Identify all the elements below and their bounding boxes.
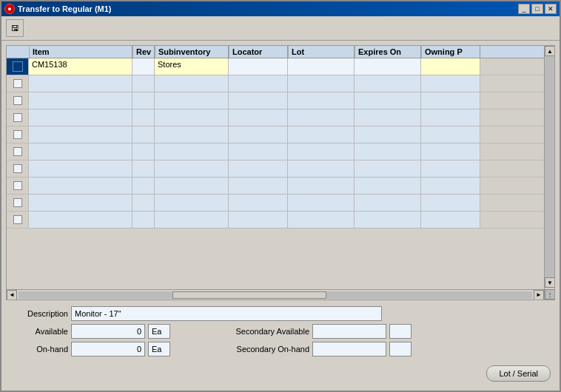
cell-lot-9[interactable] (288, 195, 355, 211)
cell-owning-2[interactable] (421, 75, 480, 92)
row-checkbox-6[interactable] (13, 147, 22, 156)
cell-subinventory-7[interactable] (155, 160, 229, 177)
scroll-left-button[interactable]: ◄ (7, 290, 17, 300)
cell-locator-2[interactable] (229, 75, 288, 92)
row-checkbox-8[interactable] (13, 181, 22, 190)
onhand-field[interactable] (71, 342, 145, 356)
secondary-onhand-unit-field[interactable] (389, 342, 411, 356)
row-selector-3[interactable] (7, 92, 29, 109)
horizontal-scrollbar[interactable]: ◄ ► (7, 289, 544, 300)
table-row[interactable] (7, 160, 544, 178)
cell-owning-10[interactable] (421, 212, 480, 228)
cell-rev-6[interactable] (132, 143, 155, 160)
cell-locator-10[interactable] (229, 212, 288, 228)
cell-owning-3[interactable] (421, 92, 480, 109)
cell-subinventory-5[interactable] (155, 126, 229, 143)
cell-locator-8[interactable] (229, 178, 288, 194)
maximize-button[interactable]: □ (531, 4, 543, 14)
cell-locator-1[interactable] (229, 58, 288, 75)
cell-rev-3[interactable] (132, 92, 155, 109)
cell-lot-8[interactable] (288, 178, 355, 194)
onhand-unit-field[interactable] (148, 342, 170, 356)
cell-lot-1[interactable] (288, 58, 355, 75)
table-row[interactable] (7, 109, 544, 126)
cell-owning-8[interactable] (421, 178, 480, 194)
cell-lot-10[interactable] (288, 212, 355, 228)
row-selector-1[interactable] (7, 58, 29, 75)
scroll-resize-handle[interactable]: ⋮ (545, 289, 554, 300)
cell-subinventory-1[interactable]: Stores (155, 58, 229, 75)
cell-rev-1[interactable] (132, 58, 155, 75)
close-button[interactable]: ✕ (545, 4, 557, 14)
table-row[interactable] (7, 75, 544, 92)
row-checkbox-3[interactable] (13, 96, 22, 105)
row-selector-9[interactable] (7, 195, 29, 211)
cell-rev-4[interactable] (132, 109, 155, 126)
cell-rev-8[interactable] (132, 178, 155, 194)
table-row[interactable] (7, 143, 544, 160)
cell-item-7[interactable] (29, 160, 132, 177)
cell-owning-9[interactable] (421, 195, 480, 211)
row-checkbox-10[interactable] (13, 215, 22, 224)
cell-expires-on-5[interactable] (355, 126, 421, 143)
cell-item-8[interactable] (29, 178, 132, 194)
table-row[interactable] (7, 92, 544, 109)
row-selector-8[interactable] (7, 178, 29, 194)
cell-expires-on-10[interactable] (355, 212, 421, 228)
row-checkbox-9[interactable] (13, 198, 22, 207)
cell-item-2[interactable] (29, 75, 132, 92)
scroll-up-button[interactable]: ▲ (545, 46, 554, 56)
secondary-onhand-field[interactable] (312, 342, 386, 356)
cell-owning-4[interactable] (421, 109, 480, 126)
cell-item-10[interactable] (29, 212, 132, 228)
scroll-thumb[interactable] (172, 291, 326, 299)
cell-locator-3[interactable] (229, 92, 288, 109)
vertical-scrollbar[interactable]: ▲ ▼ ⋮ (544, 46, 554, 300)
cell-subinventory-6[interactable] (155, 143, 229, 160)
cell-subinventory-2[interactable] (155, 75, 229, 92)
cell-rev-10[interactable] (132, 212, 155, 228)
row-checkbox-7[interactable] (13, 164, 22, 173)
row-selector-5[interactable] (7, 126, 29, 143)
cell-expires-on-4[interactable] (355, 109, 421, 126)
scroll-right-button[interactable]: ► (534, 290, 544, 300)
cell-locator-5[interactable] (229, 126, 288, 143)
available-unit-field[interactable] (148, 324, 170, 339)
scroll-track[interactable] (19, 291, 532, 299)
cell-locator-6[interactable] (229, 143, 288, 160)
cell-owning-7[interactable] (421, 160, 480, 177)
available-field[interactable] (71, 324, 145, 339)
cell-item-6[interactable] (29, 143, 132, 160)
cell-lot-4[interactable] (288, 109, 355, 126)
cell-item-1[interactable]: CM15138 (29, 58, 132, 75)
cell-lot-7[interactable] (288, 160, 355, 177)
cell-expires-on-3[interactable] (355, 92, 421, 109)
cell-expires-on-2[interactable] (355, 75, 421, 92)
cell-lot-3[interactable] (288, 92, 355, 109)
secondary-available-unit-field[interactable] (389, 324, 411, 339)
cell-rev-9[interactable] (132, 195, 155, 211)
cell-owning-6[interactable] (421, 143, 480, 160)
cell-expires-on-9[interactable] (355, 195, 421, 211)
cell-subinventory-3[interactable] (155, 92, 229, 109)
table-row[interactable] (7, 126, 544, 143)
secondary-available-field[interactable] (312, 324, 386, 339)
row-checkbox-5[interactable] (13, 130, 22, 139)
cell-owning-1[interactable] (421, 58, 480, 75)
row-selector-2[interactable] (7, 75, 29, 92)
cell-subinventory-4[interactable] (155, 109, 229, 126)
table-row[interactable] (7, 212, 544, 229)
cell-expires-on-7[interactable] (355, 160, 421, 177)
cell-lot-2[interactable] (288, 75, 355, 92)
cell-expires-on-8[interactable] (355, 178, 421, 194)
scroll-down-button[interactable]: ▼ (545, 277, 554, 288)
cell-item-9[interactable] (29, 195, 132, 211)
cell-rev-7[interactable] (132, 160, 155, 177)
cell-subinventory-8[interactable] (155, 178, 229, 194)
cell-rev-5[interactable] (132, 126, 155, 143)
row-selector-7[interactable] (7, 160, 29, 177)
save-button[interactable]: 🖫 (6, 19, 24, 37)
cell-expires-on-1[interactable] (355, 58, 421, 75)
row-selector-10[interactable] (7, 212, 29, 228)
cell-locator-4[interactable] (229, 109, 288, 126)
